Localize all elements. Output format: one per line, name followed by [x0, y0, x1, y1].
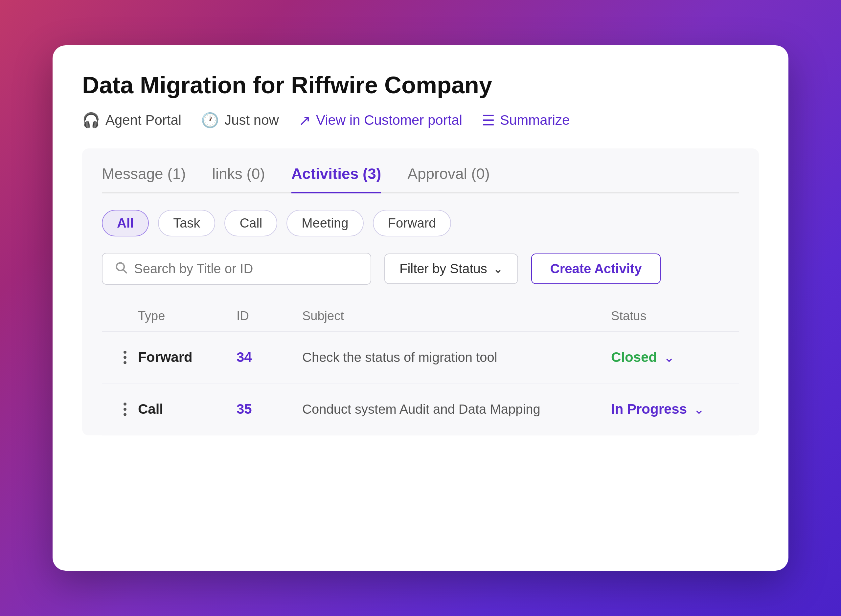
svg-line-1 — [123, 270, 126, 273]
timestamp-item: 🕐 Just now — [201, 111, 279, 129]
cell-subject-2: Conduct system Audit and Data Mapping — [302, 400, 611, 418]
table-row: Call 35 Conduct system Audit and Data Ma… — [102, 384, 739, 436]
row-menu-2[interactable] — [112, 403, 138, 416]
page-title: Data Migration for Riffwire Company — [82, 72, 759, 98]
cell-status-2: In Progress ⌄ — [611, 401, 729, 417]
summarize-item[interactable]: ☰ Summarize — [482, 112, 569, 129]
customer-portal-link[interactable]: ↗ View in Customer portal — [299, 112, 462, 129]
dot-3 — [123, 361, 126, 364]
timestamp-label: Just now — [225, 112, 279, 128]
actions-row: Filter by Status ⌄ Create Activity — [102, 253, 739, 285]
search-icon — [114, 261, 128, 277]
row-menu-1[interactable] — [112, 351, 138, 364]
agent-portal-label: Agent Portal — [106, 112, 181, 128]
agent-portal-item: 🎧 Agent Portal — [82, 111, 181, 129]
external-link-icon: ↗ — [299, 112, 311, 129]
col-header-status: Status — [611, 309, 729, 323]
dot-2 — [123, 356, 126, 359]
pill-forward[interactable]: Forward — [373, 210, 451, 236]
filter-pills: All Task Call Meeting Forward — [102, 210, 739, 236]
tab-message[interactable]: Message (1) — [102, 165, 186, 194]
col-header-id: ID — [236, 309, 302, 323]
status-badge-1: Closed — [611, 349, 657, 365]
customer-portal-label: View in Customer portal — [316, 112, 462, 128]
create-activity-button[interactable]: Create Activity — [531, 254, 661, 284]
status-chevron-2[interactable]: ⌄ — [693, 402, 705, 417]
cell-id-1[interactable]: 34 — [236, 349, 302, 365]
col-header-subject: Subject — [302, 309, 611, 323]
summarize-label: Summarize — [500, 112, 569, 128]
dot-2 — [123, 408, 126, 411]
cell-id-2[interactable]: 35 — [236, 401, 302, 417]
table-header: Type ID Subject Status — [102, 301, 739, 331]
cell-subject-1: Check the status of migration tool — [302, 348, 611, 367]
activities-table: Type ID Subject Status Forward 34 Check … — [102, 301, 739, 436]
search-input[interactable] — [134, 261, 359, 276]
pill-call[interactable]: Call — [225, 210, 277, 236]
main-card: Data Migration for Riffwire Company 🎧 Ag… — [53, 45, 788, 571]
meta-row: 🎧 Agent Portal 🕐 Just now ↗ View in Cust… — [82, 111, 759, 129]
filter-status-button[interactable]: Filter by Status ⌄ — [385, 254, 518, 284]
table-row: Forward 34 Check the status of migration… — [102, 331, 739, 384]
tab-links[interactable]: links (0) — [212, 165, 265, 194]
dot-1 — [123, 351, 126, 353]
cell-status-1: Closed ⌄ — [611, 349, 729, 365]
pill-meeting[interactable]: Meeting — [286, 210, 363, 236]
clock-icon: 🕐 — [201, 111, 219, 129]
tab-activities[interactable]: Activities (3) — [291, 165, 382, 194]
chevron-down-icon: ⌄ — [493, 262, 503, 276]
col-header-menu — [112, 309, 138, 323]
tabs-container: Message (1) links (0) Activities (3) App… — [82, 148, 759, 436]
col-header-type: Type — [138, 309, 236, 323]
tab-approval[interactable]: Approval (0) — [407, 165, 490, 194]
headset-icon: 🎧 — [82, 111, 100, 129]
cell-type-1: Forward — [138, 349, 236, 365]
pill-task[interactable]: Task — [158, 210, 215, 236]
status-chevron-1[interactable]: ⌄ — [663, 350, 675, 365]
dot-1 — [123, 403, 126, 406]
pill-all[interactable]: All — [102, 210, 149, 236]
search-wrap[interactable] — [102, 253, 371, 285]
lines-icon: ☰ — [482, 112, 495, 129]
tabs-row: Message (1) links (0) Activities (3) App… — [102, 165, 739, 194]
filter-status-label: Filter by Status — [399, 261, 487, 276]
svg-point-0 — [117, 263, 124, 271]
status-badge-2: In Progress — [611, 401, 687, 417]
cell-type-2: Call — [138, 401, 236, 417]
dot-3 — [123, 413, 126, 416]
